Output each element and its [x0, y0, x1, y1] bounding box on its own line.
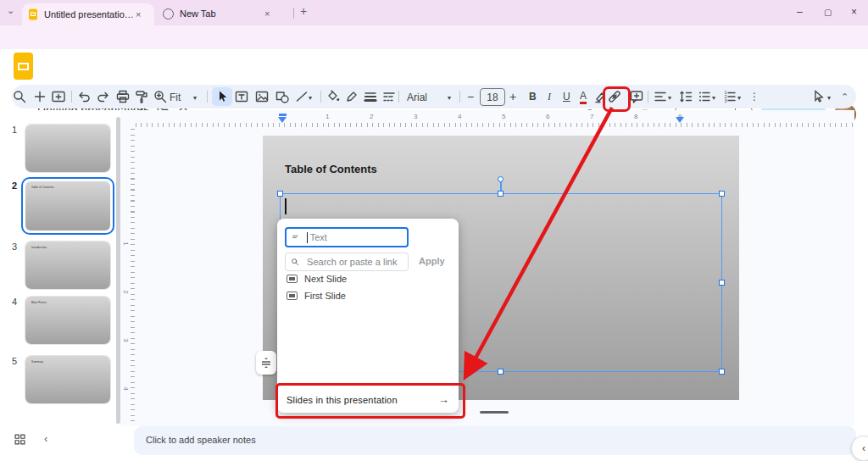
- browser-tab-strip: ⌄ Untitled presentation - Google × New T…: [0, 0, 868, 25]
- text-cursor: [285, 198, 287, 214]
- select-tool-icon[interactable]: [214, 89, 230, 104]
- ruler-number: 8: [634, 113, 637, 120]
- input-caret: [307, 232, 308, 243]
- line-spacing-icon[interactable]: [678, 89, 693, 104]
- tab-close-icon[interactable]: ×: [264, 8, 270, 19]
- annotation-box-link-icon: [603, 86, 631, 112]
- undo-icon[interactable]: [76, 89, 92, 104]
- grid-view-icon[interactable]: [14, 433, 26, 446]
- bulleted-list-caret-icon[interactable]: ▾: [712, 94, 715, 102]
- font-family-dropdown[interactable]: Arial: [407, 92, 427, 103]
- slide-icon: [287, 275, 298, 283]
- zoom-level-dropdown[interactable]: Fit: [170, 92, 181, 103]
- resize-handle-top-middle[interactable]: [498, 191, 504, 197]
- indent-marker-bar[interactable]: [279, 114, 287, 116]
- slide-thumbnail-1[interactable]: [25, 125, 110, 172]
- resize-handle-bottom-middle[interactable]: [498, 369, 504, 375]
- ruler-number: 7: [590, 113, 593, 120]
- redo-icon[interactable]: [96, 89, 111, 104]
- text-box-icon[interactable]: [234, 89, 249, 104]
- insert-shape-icon[interactable]: [275, 89, 290, 104]
- right-indent-marker[interactable]: [676, 117, 684, 123]
- link-option-first-slide[interactable]: First Slide: [287, 291, 346, 301]
- toolbar-divider: [398, 91, 399, 103]
- toolbar-more-icon[interactable]: ⋮: [749, 91, 760, 103]
- paint-format-icon[interactable]: [134, 89, 149, 104]
- numbered-list-icon[interactable]: 123: [722, 89, 737, 104]
- new-tab-button[interactable]: +: [300, 4, 307, 18]
- toolbar-divider: [320, 91, 321, 103]
- toolbar-divider: [71, 91, 72, 103]
- resize-handle-top-right[interactable]: [719, 191, 725, 197]
- bold-button[interactable]: B: [529, 91, 537, 103]
- collapse-toolbar-icon[interactable]: ⌃: [841, 92, 849, 103]
- slides-logo[interactable]: [13, 52, 34, 81]
- editing-mode-caret-icon[interactable]: ▾: [827, 94, 831, 102]
- border-dash-icon[interactable]: [381, 89, 397, 104]
- new-slide-layout-icon[interactable]: [51, 89, 66, 104]
- ruler-number: 4: [458, 113, 461, 120]
- font-dropdown-caret-icon[interactable]: ▾: [448, 94, 451, 102]
- resize-handle-top-left[interactable]: [277, 191, 283, 197]
- new-slide-plus-icon[interactable]: [32, 89, 47, 104]
- border-color-icon[interactable]: [344, 89, 359, 104]
- spacing-control-handle[interactable]: [256, 351, 276, 375]
- link-text-input[interactable]: [309, 231, 402, 243]
- svg-text:3: 3: [725, 98, 727, 103]
- thumbnail-title: Table of Contents: [31, 186, 54, 189]
- tab-close-icon[interactable]: ×: [136, 9, 141, 19]
- option-label: First Slide: [304, 291, 346, 301]
- slide-thumbnail-2-selected[interactable]: Table of Contents: [21, 177, 114, 235]
- browser-tab-new-tab[interactable]: New Tab ×: [158, 3, 292, 24]
- underline-button[interactable]: U: [563, 91, 570, 103]
- tab-divider: [293, 8, 294, 19]
- editing-mode-pointer-icon[interactable]: [810, 89, 826, 104]
- search-menus-icon[interactable]: [12, 89, 27, 104]
- slide-resize-dash[interactable]: [480, 411, 509, 414]
- toolbar-divider: [648, 91, 648, 103]
- bulleted-list-icon[interactable]: [697, 89, 712, 104]
- line-dropdown-caret-icon[interactable]: ▾: [309, 94, 312, 102]
- border-weight-icon[interactable]: [363, 89, 378, 104]
- align-dropdown-caret-icon[interactable]: ▾: [668, 94, 671, 102]
- toolbar-divider: [459, 91, 460, 103]
- tab-search-chevron-icon[interactable]: ⌄: [7, 5, 14, 16]
- link-search-field[interactable]: [285, 253, 409, 271]
- text-color-button[interactable]: A: [580, 91, 587, 104]
- speaker-notes-box[interactable]: Click to add speaker notes: [134, 426, 856, 455]
- link-text-field[interactable]: [285, 227, 409, 247]
- italic-button[interactable]: I: [548, 91, 551, 103]
- insert-line-icon[interactable]: [294, 89, 309, 104]
- insert-image-icon[interactable]: [254, 89, 270, 104]
- window-maximize-button[interactable]: ▢: [824, 8, 832, 17]
- spacing-handle-icon: [260, 355, 272, 370]
- numbered-list-caret-icon[interactable]: ▾: [737, 94, 741, 102]
- browser-tab-active[interactable]: Untitled presentation - Google ×: [22, 3, 154, 25]
- increase-font-size-button[interactable]: +: [509, 90, 516, 103]
- resize-handle-middle-right[interactable]: [719, 280, 725, 286]
- slide-icon: [287, 292, 298, 300]
- font-size-field[interactable]: 18: [480, 88, 505, 106]
- ruler-number: 6: [546, 113, 549, 120]
- rotation-handle[interactable]: [498, 176, 504, 182]
- add-comment-icon[interactable]: [629, 89, 644, 104]
- zoom-icon[interactable]: [153, 89, 168, 104]
- slide-thumbnail-4[interactable]: Main Points: [25, 297, 110, 344]
- window-minimize-button[interactable]: –: [797, 6, 803, 18]
- print-icon[interactable]: [115, 89, 131, 104]
- link-option-next-slide[interactable]: Next Slide: [287, 274, 347, 284]
- window-close-button[interactable]: ×: [851, 6, 857, 18]
- annotation-box-slides-item: [275, 383, 465, 419]
- resize-handle-bottom-right[interactable]: [719, 369, 725, 375]
- fill-color-icon[interactable]: [326, 89, 341, 104]
- hide-filmstrip-chevron-icon[interactable]: ‹: [44, 432, 47, 445]
- slide-thumbnail-3[interactable]: Introduction: [25, 242, 110, 289]
- decrease-font-size-button[interactable]: −: [467, 90, 474, 103]
- left-indent-marker[interactable]: [278, 117, 287, 123]
- apply-button[interactable]: Apply: [419, 256, 445, 266]
- slide-thumbnail-5[interactable]: Summary: [25, 356, 110, 403]
- slide-title-text[interactable]: Table of Contents: [285, 163, 377, 175]
- zoom-dropdown-caret-icon[interactable]: ▾: [193, 94, 197, 102]
- link-search-input[interactable]: [305, 256, 403, 268]
- align-icon[interactable]: [653, 89, 668, 104]
